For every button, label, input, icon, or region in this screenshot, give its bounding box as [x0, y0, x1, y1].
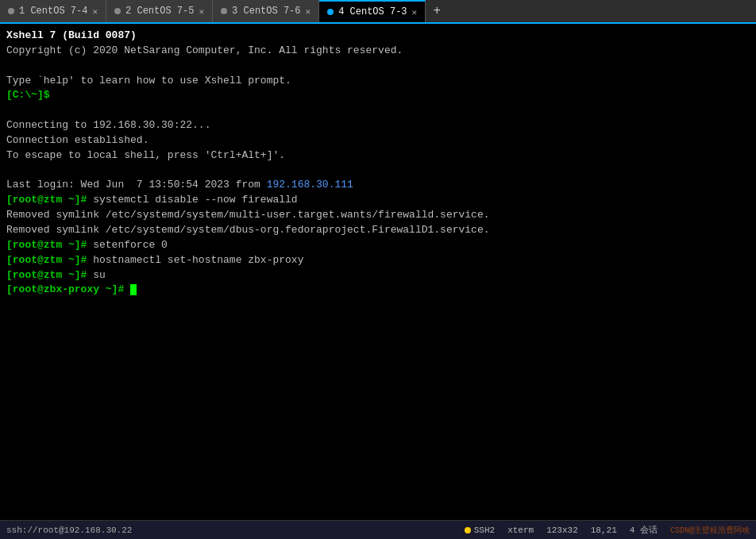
dimensions-label: 123x32	[546, 526, 578, 535]
ssh-dot	[465, 527, 471, 533]
terminal-line-16: [root@ztm ~]# hostnamectl set-hostname z…	[6, 253, 750, 268]
terminal-line-3	[6, 59, 750, 74]
tab-dot-4	[327, 9, 334, 15]
tab-close-2[interactable]: ✕	[199, 6, 204, 17]
tab-bar: 1 CentOS 7-4 ✕ 2 CentOS 7-5 ✕ 3 CentOS 7…	[0, 0, 756, 24]
terminal-line-6	[6, 103, 750, 118]
tab-label-2: 2 CentOS 7-5	[125, 6, 194, 17]
tab-close-1[interactable]: ✕	[92, 6, 98, 17]
terminal-line-9: To escape to local shell, press 'Ctrl+Al…	[6, 148, 750, 164]
tab-close-3[interactable]: ✕	[306, 6, 311, 17]
terminal-type-label: xterm	[507, 526, 534, 535]
terminal-line-5: [C:\~]$	[6, 88, 750, 103]
terminal-line-7: Connecting to 192.168.30.30:22...	[6, 118, 750, 133]
tab-label-3: 3 CentOS 7-6	[232, 6, 300, 17]
tab-dot-2	[114, 8, 121, 14]
terminal-line-4: Type `help' to learn how to use Xshell p…	[6, 74, 750, 89]
tab-2[interactable]: 2 CentOS 7-5 ✕	[106, 0, 213, 22]
terminal-line-14: Removed symlink /etc/systemd/system/dbus…	[6, 223, 750, 238]
terminal-line-2: Copyright (c) 2020 NetSarang Computer, I…	[6, 44, 750, 59]
tab-close-4[interactable]: ✕	[412, 7, 418, 17]
tab-label-4: 4 CentOS 7-3	[338, 6, 407, 17]
status-right-area: SSH2 xterm 123x32 18,21 4 会话 CSDN@主壁桂浩曹阿…	[465, 524, 750, 536]
terminal-line-10	[6, 164, 750, 179]
tab-4[interactable]: 4 CentOS 7-3 ✕	[319, 0, 426, 22]
terminal-line-12: [root@ztm ~]# systemctl disable --now fi…	[6, 193, 750, 208]
terminal-line-17: [root@ztm ~]# su	[6, 268, 750, 283]
tab-dot-1	[8, 8, 14, 14]
terminal-line-15: [root@ztm ~]# setenforce 0	[6, 238, 750, 253]
ssh-indicator: SSH2	[465, 526, 495, 535]
tab-3[interactable]: 3 CentOS 7-6 ✕	[213, 0, 319, 22]
tab-1[interactable]: 1 CentOS 7-4 ✕	[0, 0, 106, 22]
connection-label: ssh://root@192.168.30.22	[6, 526, 132, 535]
sessions-label: 18,21	[591, 526, 617, 535]
tab-label-1: 1 CentOS 7-4	[19, 6, 87, 17]
terminal-area[interactable]: Xshell 7 (Build 0087) Copyright (c) 2020…	[0, 24, 756, 520]
terminal-line-11: Last login: Wed Jun 7 13:50:54 2023 from…	[6, 178, 750, 193]
add-tab-button[interactable]: +	[426, 0, 448, 22]
terminal-line-13: Removed symlink /etc/systemd/system/mult…	[6, 208, 750, 223]
terminal-line-1: Xshell 7 (Build 0087)	[6, 29, 750, 44]
tab-dot-3	[221, 8, 227, 14]
watermark-label: CSDN@主壁桂浩曹阿啥	[670, 525, 750, 536]
status-bar: ssh://root@192.168.30.22 SSH2 xterm 123x…	[0, 520, 756, 539]
terminal-line-18: [root@zbx-proxy ~]#	[6, 283, 750, 298]
status-connection: ssh://root@192.168.30.22	[6, 526, 455, 535]
terminal-line-8: Connection established.	[6, 133, 750, 148]
meeting-label: 4 会话	[630, 524, 658, 536]
protocol-label: SSH2	[474, 526, 495, 535]
